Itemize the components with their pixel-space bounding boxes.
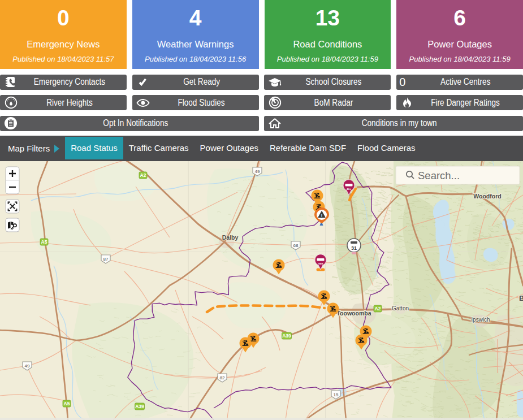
svg-text:Gatton: Gatton bbox=[392, 305, 409, 311]
svg-text:31: 31 bbox=[351, 245, 357, 251]
svg-text:Br: Br bbox=[519, 294, 523, 302]
svg-text:15: 15 bbox=[334, 392, 339, 397]
svg-text:A5: A5 bbox=[41, 239, 47, 245]
svg-text:68: 68 bbox=[293, 243, 299, 248]
svg-text:A2: A2 bbox=[140, 172, 146, 178]
svg-text:VMS: VMS bbox=[318, 262, 323, 265]
svg-text:49: 49 bbox=[255, 169, 260, 174]
svg-text:A5: A5 bbox=[64, 401, 70, 406]
svg-text:A39: A39 bbox=[135, 404, 144, 409]
svg-text:Woodford: Woodford bbox=[473, 193, 501, 200]
svg-text:!: ! bbox=[321, 214, 322, 218]
svg-text:82: 82 bbox=[220, 375, 225, 380]
svg-text:ALL: ALL bbox=[347, 188, 351, 190]
svg-text:A39: A39 bbox=[282, 333, 291, 339]
svg-text:Ipswich: Ipswich bbox=[471, 317, 490, 323]
svg-text:Search...: Search... bbox=[418, 170, 460, 181]
svg-text:Dalby: Dalby bbox=[222, 234, 239, 241]
svg-text:A2: A2 bbox=[375, 306, 381, 311]
svg-text:Toowoomba: Toowoomba bbox=[336, 310, 371, 317]
svg-text:49: 49 bbox=[25, 363, 30, 369]
svg-text:87: 87 bbox=[103, 257, 109, 262]
